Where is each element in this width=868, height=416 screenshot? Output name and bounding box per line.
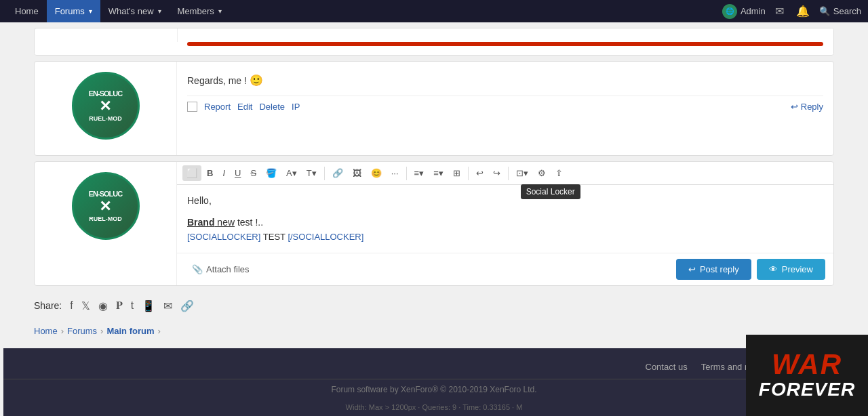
user-avatar-small: 🌐 bbox=[722, 4, 737, 19]
nav-forums-label: Forums bbox=[55, 6, 85, 16]
editor-line-tag: [SOCIALLOCKER] TEST [/SOCIALLOCKER] bbox=[187, 230, 823, 245]
editor-author-sidebar: EN-SOLUC ✕ RUEL-MOD bbox=[35, 162, 177, 285]
toolbar-bold-btn[interactable]: B bbox=[203, 165, 217, 181]
post-reply-label: Post reply bbox=[700, 264, 739, 274]
breadcrumb-forums[interactable]: Forums bbox=[67, 326, 97, 336]
attach-files-button[interactable]: 📎 Attach files bbox=[185, 261, 256, 278]
share-whatsapp-icon[interactable]: 📱 bbox=[142, 299, 155, 312]
toolbar-list-btn[interactable]: ≡▾ bbox=[429, 165, 448, 181]
toolbar-italic-btn[interactable]: I bbox=[218, 165, 229, 181]
toolbar-font-size-btn[interactable]: T▾ bbox=[302, 165, 321, 181]
editor-new-text: new bbox=[214, 217, 235, 228]
mail-icon[interactable]: ✉ bbox=[772, 5, 787, 18]
editor-toolbar: ⬜ B I U S 🪣 A▾ T▾ 🔗 🖼 😊 ··· ≡▾ ≡▾ bbox=[177, 162, 833, 185]
nav-home-label: Home bbox=[15, 6, 39, 16]
search-label: Search bbox=[833, 6, 861, 16]
nav-forums[interactable]: Forums ▾ bbox=[47, 0, 100, 22]
share-reddit-icon[interactable]: ◉ bbox=[98, 299, 108, 312]
toolbar-widget-btn[interactable]: ⊡▾ bbox=[512, 165, 532, 181]
post-author-sidebar: EN-SOLUC ✕ RUEL-MOD bbox=[35, 62, 177, 155]
site-footer: Contact us Terms and rules Privacy polic… bbox=[3, 348, 865, 416]
toolbar-image-btn[interactable]: 🖼 bbox=[349, 165, 366, 181]
editor-footer: 📎 Attach files ↩ Post reply 👁 Preview bbox=[177, 253, 833, 285]
footer-contact[interactable]: Contact us bbox=[646, 362, 688, 372]
toolbar-link-btn[interactable]: 🔗 bbox=[328, 165, 347, 181]
editor-avatar-inner: EN-SOLUC ✕ RUEL-MOD bbox=[89, 190, 122, 222]
main-scroll-area: EN-SOLUC ✕ RUEL-MOD Regards, me ! 🙂 Repo… bbox=[0, 28, 868, 416]
ip-link[interactable]: IP bbox=[292, 102, 300, 112]
tag-content: TEST bbox=[263, 232, 288, 242]
editor-body[interactable]: Hello, Brand new test !.. [SOCIALLOCKER]… bbox=[177, 185, 833, 253]
toolbar-align-btn[interactable]: ≡▾ bbox=[410, 165, 429, 181]
post-reply-button[interactable]: ↩ Post reply bbox=[676, 259, 751, 280]
reply-link[interactable]: ↩ Reply bbox=[791, 102, 823, 112]
avatar-inner: EN-SOLUC ✕ RUEL-MOD bbox=[89, 89, 122, 122]
editor-avatar-text-top: EN-SOLUC bbox=[89, 190, 122, 198]
toolbar-color-btn[interactable]: 🪣 bbox=[262, 165, 281, 181]
editor-suffix-text: test !.. bbox=[235, 217, 263, 228]
delete-link[interactable]: Delete bbox=[259, 102, 285, 112]
avatar-text-bottom: RUEL-MOD bbox=[89, 115, 122, 122]
toolbar-more-btn[interactable]: ··· bbox=[387, 165, 403, 181]
preview-label: Preview bbox=[782, 264, 813, 274]
share-facebook-icon[interactable]: f bbox=[70, 299, 73, 312]
social-open-tag: [SOCIALLOCKER] bbox=[187, 232, 260, 242]
breadcrumb-main-forum[interactable]: Main forum bbox=[106, 326, 154, 336]
share-label: Share: bbox=[34, 300, 62, 311]
post-text-body: Regards, me ! 🙂 bbox=[187, 68, 823, 92]
preview-button[interactable]: 👁 Preview bbox=[757, 259, 825, 280]
edit-link[interactable]: Edit bbox=[237, 102, 252, 112]
preview-icon: 👁 bbox=[769, 264, 778, 274]
share-pinterest-icon[interactable]: 𝐏 bbox=[116, 299, 123, 312]
breadcrumb-sep-1: › bbox=[61, 326, 64, 336]
toolbar-redo-btn[interactable]: ↪ bbox=[489, 165, 505, 181]
editor-avatar-text-bottom: RUEL-MOD bbox=[89, 215, 122, 222]
main-post-container: EN-SOLUC ✕ RUEL-MOD Regards, me ! 🙂 Repo… bbox=[34, 61, 834, 156]
toolbar-sep-2 bbox=[406, 167, 407, 180]
nav-members[interactable]: Members ▾ bbox=[170, 0, 230, 22]
toolbar-share-btn[interactable]: ⇧ bbox=[551, 165, 567, 181]
bell-icon[interactable]: 🔔 bbox=[793, 5, 812, 18]
toolbar-format-btn[interactable]: ⬜ bbox=[182, 165, 201, 181]
post-reply-icon: ↩ bbox=[688, 264, 696, 274]
toolbar-settings-btn[interactable]: ⚙ bbox=[534, 165, 550, 181]
breadcrumb-home[interactable]: Home bbox=[34, 326, 58, 336]
share-tumblr-icon[interactable]: t bbox=[131, 299, 134, 312]
nav-whats-new-chevron: ▾ bbox=[158, 7, 161, 15]
post-text-content: Regards, me ! bbox=[187, 75, 247, 86]
paperclip-icon: 📎 bbox=[192, 264, 203, 274]
nav-forums-chevron: ▾ bbox=[89, 7, 92, 15]
forever-text: FOREVER bbox=[759, 379, 855, 400]
editor-brand-text: Brand bbox=[187, 217, 214, 228]
avatar-icon-xs: ✕ bbox=[99, 98, 111, 115]
share-email-icon[interactable]: ✉ bbox=[163, 299, 172, 312]
share-twitter-icon[interactable]: 𝕏 bbox=[81, 299, 90, 312]
avatar-text-top: EN-SOLUC bbox=[89, 89, 122, 98]
war-text: WAR bbox=[772, 350, 842, 379]
breadcrumb: Home › Forums › Main forum › bbox=[34, 320, 834, 341]
post-select-checkbox[interactable] bbox=[187, 102, 197, 112]
editor-wrapper: ⬜ B I U S 🪣 A▾ T▾ 🔗 🖼 😊 ··· ≡▾ ≡▾ bbox=[177, 162, 833, 285]
toolbar-font-color-btn[interactable]: A▾ bbox=[282, 165, 301, 181]
toolbar-strike-btn[interactable]: S bbox=[246, 165, 260, 181]
footer-copyright: Forum software by XenForo® © 2010-2019 X… bbox=[3, 379, 865, 400]
toolbar-sep-1 bbox=[324, 167, 325, 180]
partial-post-top bbox=[34, 28, 834, 56]
top-navigation: Home Forums ▾ What's new ▾ Members ▾ 🌐 A… bbox=[0, 0, 868, 22]
toolbar-table-btn[interactable]: ⊞ bbox=[449, 165, 465, 181]
attach-label: Attach files bbox=[206, 264, 250, 274]
user-badge: 🌐 Admin bbox=[722, 4, 766, 19]
search-button[interactable]: 🔍 Search bbox=[819, 6, 861, 16]
toolbar-undo-btn[interactable]: ↩ bbox=[472, 165, 488, 181]
nav-home[interactable]: Home bbox=[7, 0, 47, 22]
report-link[interactable]: Report bbox=[204, 102, 231, 112]
editor-avatar-icon-xs: ✕ bbox=[99, 198, 111, 215]
toolbar-emoji-btn[interactable]: 😊 bbox=[367, 165, 386, 181]
username-label: Admin bbox=[741, 6, 766, 16]
toolbar-sep-3 bbox=[468, 167, 469, 180]
social-close-tag: [/SOCIALLOCKER] bbox=[288, 232, 363, 242]
nav-whats-new[interactable]: What's new ▾ bbox=[100, 0, 170, 22]
toolbar-underline-btn[interactable]: U bbox=[231, 165, 245, 181]
search-icon: 🔍 bbox=[819, 6, 830, 16]
share-link-icon[interactable]: 🔗 bbox=[180, 299, 194, 312]
